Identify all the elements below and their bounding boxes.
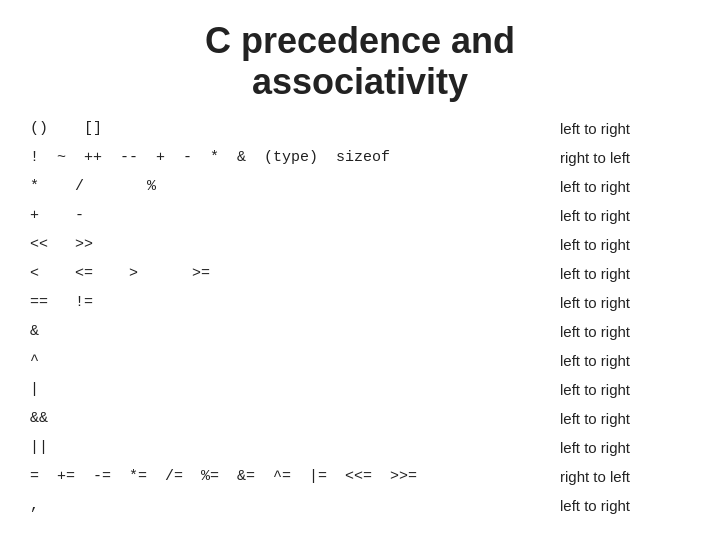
table-row: ||	[30, 440, 560, 469]
assoc-row: left to right	[560, 295, 690, 324]
operator-cell: ^	[30, 353, 39, 368]
operator-cell: () []	[30, 121, 102, 136]
associativity-cell: left to right	[560, 208, 630, 223]
associativity-cell: left to right	[560, 179, 630, 194]
operators-column: () []! ~ ++ -- + - * & (type) sizeof* / …	[30, 121, 560, 527]
table-row: << >>	[30, 237, 560, 266]
associativity-cell: left to right	[560, 121, 630, 136]
operator-cell: &&	[30, 411, 48, 426]
associativity-cell: left to right	[560, 295, 630, 310]
table-row: |	[30, 382, 560, 411]
operator-cell: |	[30, 382, 39, 397]
table-row: ^	[30, 353, 560, 382]
operator-cell: < <= > >=	[30, 266, 210, 281]
table-row: == !=	[30, 295, 560, 324]
associativity-cell: left to right	[560, 498, 630, 513]
operator-cell: ||	[30, 440, 48, 455]
associativity-cell: right to left	[560, 469, 630, 484]
associativity-column: left to rightright to leftleft to rightl…	[560, 121, 690, 527]
table-row: ,	[30, 498, 560, 527]
operator-cell: ,	[30, 498, 39, 513]
associativity-cell: left to right	[560, 440, 630, 455]
assoc-row: left to right	[560, 411, 690, 440]
page: C precedence and associativity () []! ~ …	[0, 0, 720, 540]
operator-cell: ! ~ ++ -- + - * & (type) sizeof	[30, 150, 390, 165]
assoc-row: left to right	[560, 237, 690, 266]
operator-cell: == !=	[30, 295, 93, 310]
assoc-row: left to right	[560, 440, 690, 469]
operator-cell: + -	[30, 208, 84, 223]
assoc-row: left to right	[560, 324, 690, 353]
associativity-cell: left to right	[560, 324, 630, 339]
assoc-row: left to right	[560, 353, 690, 382]
table-row: () []	[30, 121, 560, 150]
assoc-row: left to right	[560, 266, 690, 295]
assoc-row: left to right	[560, 498, 690, 527]
operator-cell: &	[30, 324, 39, 339]
table-row: &&	[30, 411, 560, 440]
assoc-row: left to right	[560, 382, 690, 411]
table-row: < <= > >=	[30, 266, 560, 295]
assoc-row: left to right	[560, 121, 690, 150]
assoc-row: right to left	[560, 150, 690, 179]
table-row: ! ~ ++ -- + - * & (type) sizeof	[30, 150, 560, 179]
table-row: * / %	[30, 179, 560, 208]
associativity-cell: left to right	[560, 382, 630, 397]
associativity-cell: left to right	[560, 411, 630, 426]
operator-cell: << >>	[30, 237, 93, 252]
table-row: = += -= *= /= %= &= ^= |= <<= >>=	[30, 469, 560, 498]
table-row: + -	[30, 208, 560, 237]
content-area: () []! ~ ++ -- + - * & (type) sizeof* / …	[30, 121, 690, 527]
assoc-row: left to right	[560, 208, 690, 237]
table-row: &	[30, 324, 560, 353]
associativity-cell: right to left	[560, 150, 630, 165]
associativity-cell: left to right	[560, 353, 630, 368]
assoc-row: left to right	[560, 179, 690, 208]
operator-cell: = += -= *= /= %= &= ^= |= <<= >>=	[30, 469, 417, 484]
assoc-row: right to left	[560, 469, 690, 498]
operator-cell: * / %	[30, 179, 156, 194]
associativity-cell: left to right	[560, 237, 630, 252]
page-title: C precedence and associativity	[30, 20, 690, 103]
associativity-cell: left to right	[560, 266, 630, 281]
